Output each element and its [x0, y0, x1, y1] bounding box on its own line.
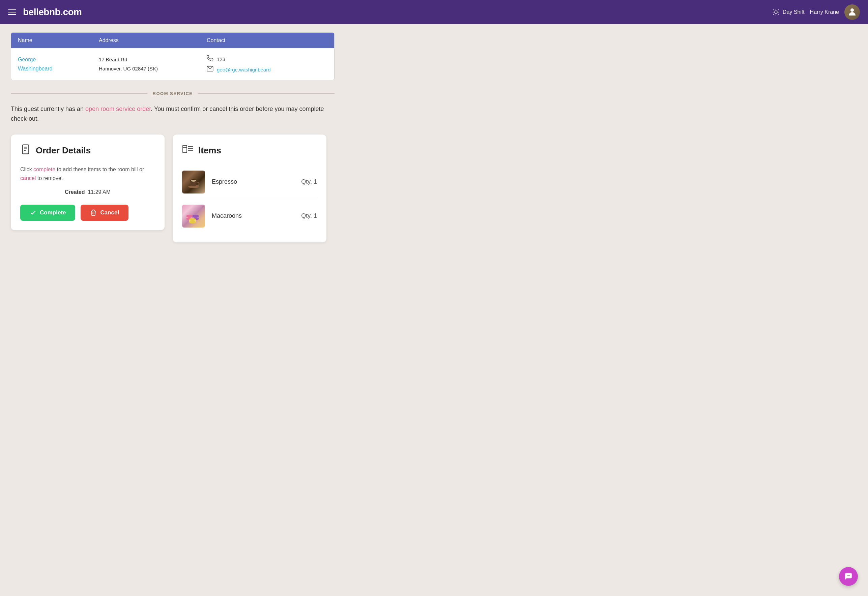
item-name-espresso: Espresso — [212, 179, 294, 185]
guest-phone: 123 — [207, 55, 328, 63]
item-row: Espresso Qty. 1 — [182, 165, 317, 199]
svg-point-9 — [850, 9, 854, 12]
svg-point-36 — [189, 221, 196, 223]
svg-point-38 — [848, 575, 849, 576]
svg-point-0 — [775, 11, 777, 13]
brand-name: bellebnb.com — [23, 7, 81, 18]
sun-icon — [772, 8, 780, 16]
order-instructions: Click complete to add these items to the… — [20, 165, 155, 182]
cancel-button[interactable]: Cancel — [81, 205, 128, 221]
user-name: Harry Krane — [810, 9, 839, 15]
created-label: Created — [65, 189, 85, 195]
item-name-macaroons: Macaroons — [212, 212, 294, 220]
room-service-divider: ROOM SERVICE — [11, 91, 335, 96]
items-heading: Items — [198, 145, 221, 156]
guest-address-cell: 17 Beard Rd Hannover, UG 02847 (SK) — [99, 55, 207, 73]
order-created: Created 11:29 AM — [20, 189, 155, 195]
order-details-icon — [20, 144, 31, 157]
created-time: 11:29 AM — [88, 189, 111, 195]
items-card: Items — [173, 134, 326, 242]
chat-button[interactable] — [839, 567, 858, 586]
svg-point-31 — [192, 215, 199, 217]
item-thumbnail-macaroons — [182, 205, 205, 227]
item-qty-macaroons: Qty. 1 — [301, 212, 317, 220]
room-service-message: This guest currently has an open room se… — [11, 104, 335, 124]
column-address: Address — [99, 37, 207, 43]
svg-rect-11 — [22, 145, 29, 154]
svg-line-8 — [778, 9, 778, 10]
app-header: bellebnb.com Day Shift Harry Krane — [0, 0, 868, 24]
guest-phone-number: 123 — [217, 56, 225, 62]
day-shift-label: Day Shift — [783, 9, 805, 15]
room-service-label: ROOM SERVICE — [153, 91, 193, 96]
guest-email: geo@rge.washignbeard — [207, 66, 328, 73]
complete-button[interactable]: Complete — [20, 205, 75, 221]
svg-line-7 — [773, 14, 774, 15]
espresso-image — [182, 171, 205, 193]
macaroons-image — [182, 205, 205, 227]
item-row: Macaroons Qty. 1 — [182, 199, 317, 233]
day-shift-indicator: Day Shift — [772, 8, 805, 16]
items-list: Espresso Qty. 1 — [182, 165, 317, 233]
item-qty-espresso: Qty. 1 — [301, 179, 317, 185]
guest-address-line2: Hannover, UG 02847 (SK) — [99, 64, 207, 73]
svg-point-39 — [849, 575, 850, 576]
svg-point-27 — [186, 215, 193, 217]
svg-rect-17 — [183, 145, 187, 153]
guest-contact-cell: 123 geo@rge.washignbeard — [207, 55, 328, 73]
column-contact: Contact — [207, 37, 328, 43]
guest-name-cell: GeorgeWashingbeard — [18, 55, 99, 73]
card-actions: Complete Cancel — [20, 205, 155, 221]
guest-address-line1: 17 Beard Rd — [99, 55, 207, 64]
email-icon — [207, 66, 214, 73]
cancel-icon — [90, 209, 97, 216]
order-details-heading: Order Details — [36, 145, 91, 156]
open-order-link[interactable]: open room service order — [85, 106, 151, 112]
cards-row: Order Details Click complete to add thes… — [11, 134, 326, 242]
item-thumbnail-espresso — [182, 171, 205, 193]
main-content: Name Address Contact GeorgeWashingbeard … — [0, 24, 337, 251]
svg-point-37 — [847, 575, 848, 576]
svg-point-35 — [189, 218, 196, 221]
items-icon — [182, 144, 193, 157]
avatar-image — [844, 4, 860, 20]
phone-icon — [207, 55, 214, 63]
order-details-card: Order Details Click complete to add thes… — [11, 134, 165, 230]
cancel-inline-link[interactable]: cancel — [20, 175, 36, 181]
complete-check-icon — [30, 209, 37, 216]
guest-email-link[interactable]: geo@rge.washignbeard — [217, 67, 271, 72]
svg-line-6 — [778, 14, 778, 15]
items-card-title: Items — [182, 144, 317, 157]
user-avatar[interactable] — [844, 4, 860, 20]
header-left: bellebnb.com — [8, 7, 81, 18]
chat-icon — [844, 572, 853, 581]
guest-table-body: GeorgeWashingbeard 17 Beard Rd Hannover,… — [11, 48, 334, 80]
guest-table: Name Address Contact GeorgeWashingbeard … — [11, 32, 335, 80]
header-right: Day Shift Harry Krane — [772, 4, 860, 20]
hamburger-menu-icon[interactable] — [8, 9, 16, 15]
guest-name-link[interactable]: GeorgeWashingbeard — [18, 55, 99, 73]
column-name: Name — [18, 37, 99, 43]
complete-inline-link[interactable]: complete — [33, 167, 55, 172]
order-details-title: Order Details — [20, 144, 155, 157]
svg-point-24 — [191, 180, 196, 182]
guest-table-header: Name Address Contact — [11, 33, 334, 48]
svg-line-5 — [773, 9, 774, 10]
